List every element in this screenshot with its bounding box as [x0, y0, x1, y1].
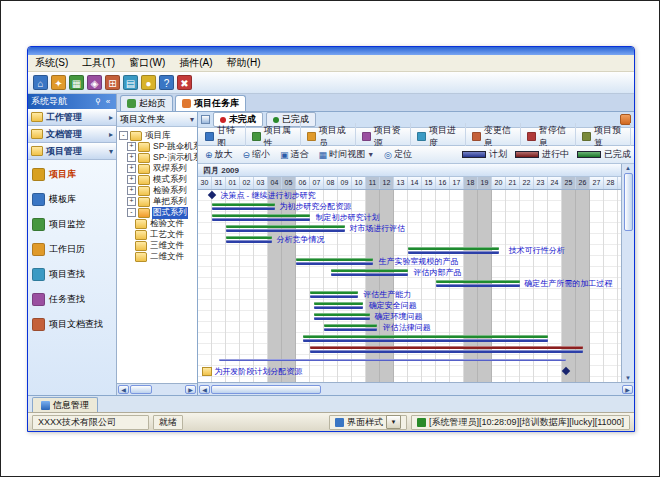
collapse-icon[interactable]: -: [119, 131, 128, 140]
calculator-icon[interactable]: ▤: [123, 75, 138, 90]
scroll-down-icon[interactable]: ▼: [625, 375, 631, 381]
tree-item[interactable]: 三维文件: [117, 240, 197, 251]
expand-icon[interactable]: +: [127, 153, 136, 162]
title-bar[interactable]: [28, 47, 634, 55]
style-icon[interactable]: ◈: [87, 75, 102, 90]
pin-icon[interactable]: ⚲: [93, 97, 103, 106]
gantt-bar-plan[interactable]: [226, 240, 272, 243]
plugin-icon[interactable]: ⊞: [105, 75, 120, 90]
gantt-bar-done[interactable]: [226, 225, 345, 228]
gantt-bar-done[interactable]: [436, 280, 520, 283]
sidebar-group[interactable]: 文档管理▸: [28, 126, 116, 143]
tree-item[interactable]: 二维文件: [117, 251, 197, 262]
collapse-icon[interactable]: -: [127, 208, 136, 217]
menu-item[interactable]: 插件(A): [172, 55, 219, 71]
gantt-bar-done[interactable]: [303, 335, 548, 338]
window-icon[interactable]: ▦: [69, 75, 84, 90]
help-icon[interactable]: ?: [159, 75, 174, 90]
sidebar-item[interactable]: 项目文档查找: [30, 317, 114, 332]
gantt-control-button[interactable]: ⊖缩小: [239, 147, 275, 162]
gantt-bar-done[interactable]: [314, 313, 370, 316]
sidebar-item[interactable]: 模板库: [30, 192, 114, 207]
gantt-bar-plan[interactable]: [212, 207, 275, 210]
expand-icon[interactable]: +: [127, 175, 136, 184]
gantt-bar-plan[interactable]: [212, 218, 310, 221]
expand-icon[interactable]: +: [127, 164, 136, 173]
tree-item[interactable]: +双焊系列: [117, 163, 197, 174]
sidebar-group[interactable]: 项目管理▾: [28, 143, 116, 160]
collapse-icon[interactable]: «: [103, 97, 113, 106]
gantt-bar-plan[interactable]: [310, 295, 358, 298]
scroll-up-icon[interactable]: ▲: [625, 165, 631, 171]
scroll-left-icon[interactable]: ◀: [118, 385, 129, 394]
menu-item[interactable]: 系统(S): [28, 55, 75, 71]
menu-item[interactable]: 工具(T): [75, 55, 122, 71]
gantt-bar-done[interactable]: [296, 258, 373, 261]
gantt-control-button[interactable]: ⊕放大: [201, 147, 237, 162]
exit-icon[interactable]: ✖: [177, 75, 192, 90]
tree-item[interactable]: -项目库: [117, 130, 197, 141]
gantt-bar-plan[interactable]: [314, 306, 363, 309]
scroll-thumb[interactable]: [130, 385, 152, 394]
tree-item[interactable]: -图式系列: [117, 207, 197, 218]
gantt-bar-plan[interactable]: [331, 273, 408, 276]
sidebar-item[interactable]: 项目查找: [30, 267, 114, 282]
tab[interactable]: 项目任务库: [175, 95, 246, 111]
gantt-bar-plan[interactable]: [303, 339, 548, 342]
tree-horizontal-scrollbar[interactable]: ◀ ▶: [117, 383, 197, 395]
milestone-icon[interactable]: [208, 191, 216, 199]
scroll-right-icon[interactable]: ▶: [185, 385, 196, 394]
gantt-bar-done[interactable]: [331, 269, 408, 272]
scroll-right-icon[interactable]: ▶: [622, 385, 633, 394]
tree-item[interactable]: +检验系列: [117, 185, 197, 196]
tab[interactable]: 起始页: [120, 95, 173, 111]
panel-menu-icon[interactable]: ▾: [190, 115, 194, 124]
sidebar-item[interactable]: 任务查找: [30, 292, 114, 307]
sidebar-item[interactable]: 项目库: [30, 167, 114, 182]
tree-item[interactable]: +SP-跳伞机系: [117, 141, 197, 152]
gantt-bar-summary[interactable]: [219, 359, 566, 361]
gantt-bar-done[interactable]: [314, 302, 363, 305]
expand-icon[interactable]: +: [127, 186, 136, 195]
sidebar-group[interactable]: 工作管理▸: [28, 109, 116, 126]
gantt-bar-plan[interactable]: [226, 229, 345, 232]
tools-icon[interactable]: ✦: [51, 75, 66, 90]
gantt-control-button[interactable]: ▣适合: [276, 147, 313, 162]
gantt-bar-plan[interactable]: [408, 251, 499, 254]
gantt-control-button[interactable]: ◎定位: [380, 147, 416, 162]
gantt-bar-done[interactable]: [226, 236, 272, 239]
scroll-thumb[interactable]: [624, 173, 633, 231]
sidebar-item[interactable]: 工作日历: [30, 242, 114, 257]
gantt-bar-done[interactable]: [408, 247, 499, 250]
menu-item[interactable]: 窗口(W): [122, 55, 172, 71]
gantt-bar-done[interactable]: [324, 324, 377, 327]
expand-icon[interactable]: +: [127, 142, 136, 151]
ui-style-selector[interactable]: 界面样式 ▼: [329, 415, 407, 430]
gantt-horizontal-scrollbar[interactable]: ◀ ▶: [198, 382, 634, 395]
lock-icon[interactable]: ●: [141, 75, 156, 90]
gantt-bar-plan[interactable]: [436, 284, 520, 287]
tab-info-management[interactable]: 信息管理: [32, 397, 98, 412]
system-icon[interactable]: ⌂: [33, 75, 48, 90]
gantt-bar-done[interactable]: [310, 291, 358, 294]
chevron-down-icon[interactable]: ▼: [386, 415, 401, 429]
gantt-vertical-scrollbar[interactable]: ▲ ▼: [621, 164, 634, 382]
gantt-bar-plan[interactable]: [324, 328, 377, 331]
tree-item[interactable]: 检验文件: [117, 218, 197, 229]
sidebar-item[interactable]: 项目监控: [30, 217, 114, 232]
gantt-control-button[interactable]: ▦时间视图▼: [315, 147, 378, 162]
menu-item[interactable]: 帮助(H): [220, 55, 268, 71]
gantt-bar-progress[interactable]: [310, 346, 583, 349]
scroll-thumb[interactable]: [211, 385, 321, 394]
tree-item[interactable]: +SP-演示机系: [117, 152, 197, 163]
gantt-bar-done[interactable]: [212, 214, 310, 217]
gantt-bar-plan[interactable]: [314, 317, 370, 320]
gantt-bar-plan[interactable]: [310, 350, 583, 353]
gantt-bar-done[interactable]: [212, 203, 275, 206]
tree-item[interactable]: +单把系列: [117, 196, 197, 207]
gantt-bar-plan[interactable]: [296, 262, 373, 265]
tree-item[interactable]: 工艺文件: [117, 229, 197, 240]
expand-icon[interactable]: +: [127, 197, 136, 206]
tree-item[interactable]: +模式系列: [117, 174, 197, 185]
scroll-left-icon[interactable]: ◀: [199, 385, 210, 394]
